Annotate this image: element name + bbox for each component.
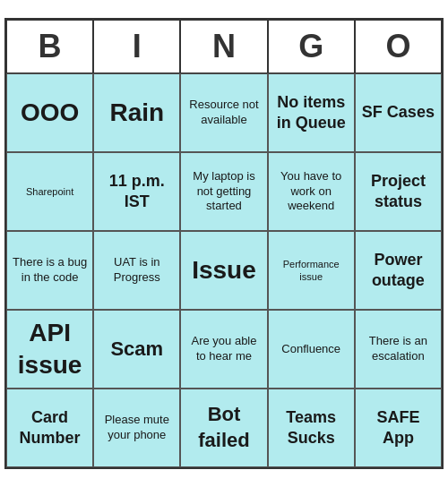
bingo-cell-7[interactable]: My laptop is not getting started bbox=[180, 152, 267, 231]
bingo-cell-10[interactable]: There is a bug in the code bbox=[6, 231, 93, 310]
bingo-cell-4[interactable]: SF Cases bbox=[355, 73, 442, 152]
bingo-cell-3[interactable]: No items in Queue bbox=[268, 73, 355, 152]
bingo-cell-16[interactable]: Scam bbox=[93, 310, 180, 389]
cell-text-14: Power outage bbox=[359, 250, 437, 292]
cell-text-18: Confluence bbox=[281, 342, 340, 357]
cell-text-23: Teams Sucks bbox=[272, 407, 350, 449]
cell-text-9: Project status bbox=[359, 171, 437, 213]
bingo-cell-24[interactable]: SAFE App bbox=[355, 389, 442, 467]
bingo-cell-23[interactable]: Teams Sucks bbox=[268, 389, 355, 467]
cell-text-16: Scam bbox=[110, 337, 163, 363]
cell-text-12: Issue bbox=[192, 254, 256, 286]
bingo-cell-6[interactable]: 11 p.m. IST bbox=[93, 152, 180, 231]
cell-text-1: Rain bbox=[109, 97, 164, 129]
cell-text-22: Bot failed bbox=[185, 402, 263, 453]
bingo-cell-0[interactable]: OOO bbox=[6, 73, 93, 152]
bingo-cell-12[interactable]: Issue bbox=[180, 231, 267, 310]
cell-text-0: OOO bbox=[21, 97, 79, 129]
bingo-cell-8[interactable]: You have to work on weekend bbox=[268, 152, 355, 231]
bingo-grid: OOORainResource not availableNo items in… bbox=[6, 73, 442, 467]
header-g: G bbox=[268, 20, 355, 73]
bingo-card: B I N G O OOORainResource not availableN… bbox=[4, 18, 444, 469]
header-i: I bbox=[93, 20, 180, 73]
bingo-cell-13[interactable]: Performance issue bbox=[268, 231, 355, 310]
cell-text-20: Card Number bbox=[11, 407, 89, 449]
cell-text-2: Resource not available bbox=[185, 98, 263, 128]
bingo-cell-22[interactable]: Bot failed bbox=[180, 389, 267, 467]
bingo-cell-9[interactable]: Project status bbox=[355, 152, 442, 231]
header-n: N bbox=[180, 20, 267, 73]
bingo-cell-20[interactable]: Card Number bbox=[6, 389, 93, 467]
bingo-cell-1[interactable]: Rain bbox=[93, 73, 180, 152]
cell-text-17: Are you able to hear me bbox=[185, 334, 263, 364]
cell-text-7: My laptop is not getting started bbox=[185, 169, 263, 215]
header-o: O bbox=[355, 20, 442, 73]
cell-text-10: There is a bug in the code bbox=[11, 255, 89, 286]
cell-text-4: SF Cases bbox=[362, 102, 435, 123]
cell-text-5: Sharepoint bbox=[26, 185, 73, 198]
cell-text-21: Please mute your phone bbox=[98, 413, 176, 443]
bingo-cell-15[interactable]: API issue bbox=[6, 310, 93, 389]
bingo-cell-2[interactable]: Resource not available bbox=[180, 73, 267, 152]
bingo-cell-11[interactable]: UAT is in Progress bbox=[93, 231, 180, 310]
bingo-cell-5[interactable]: Sharepoint bbox=[6, 152, 93, 231]
cell-text-6: 11 p.m. IST bbox=[98, 171, 176, 213]
cell-text-3: No items in Queue bbox=[272, 92, 350, 134]
cell-text-19: There is an escalation bbox=[359, 334, 437, 364]
cell-text-15: API issue bbox=[11, 317, 89, 382]
bingo-cell-14[interactable]: Power outage bbox=[355, 231, 442, 310]
cell-text-24: SAFE App bbox=[359, 407, 437, 449]
bingo-cell-19[interactable]: There is an escalation bbox=[355, 310, 442, 389]
bingo-cell-17[interactable]: Are you able to hear me bbox=[180, 310, 267, 389]
bingo-cell-21[interactable]: Please mute your phone bbox=[93, 389, 180, 467]
cell-text-8: You have to work on weekend bbox=[272, 169, 350, 215]
header-b: B bbox=[6, 20, 93, 73]
cell-text-11: UAT is in Progress bbox=[98, 255, 176, 286]
bingo-cell-18[interactable]: Confluence bbox=[268, 310, 355, 389]
bingo-header: B I N G O bbox=[6, 20, 442, 73]
cell-text-13: Performance issue bbox=[272, 258, 350, 284]
